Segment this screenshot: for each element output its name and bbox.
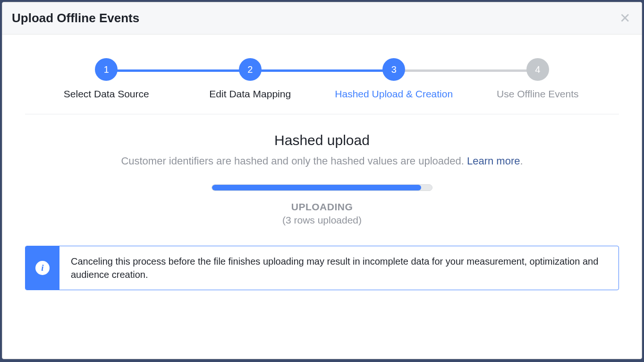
dialog-title: Upload Offline Events — [12, 11, 139, 26]
subtitle-suffix: . — [520, 155, 523, 167]
progress-track — [212, 184, 432, 191]
step-label-1: Select Data Source — [64, 88, 149, 100]
info-icon-box: i — [25, 246, 59, 290]
upload-status-label: UPLOADING — [25, 201, 619, 213]
step-hashed-upload[interactable]: 3 Hashed Upload & Creation — [322, 58, 466, 100]
upload-rows-label: (3 rows uploaded) — [25, 215, 619, 226]
step-circle-4: 4 — [526, 58, 549, 81]
progress-stepper: 1 Select Data Source 2 Edit Data Mapping… — [25, 58, 619, 100]
dialog-body: 1 Select Data Source 2 Edit Data Mapping… — [2, 34, 642, 359]
step-label-4: Use Offline Events — [497, 88, 579, 100]
info-icon: i — [35, 261, 50, 275]
close-icon[interactable]: ✕ — [618, 12, 632, 25]
dialog-header: Upload Offline Events ✕ — [2, 2, 642, 34]
subtitle-text: Customer identifiers are hashed and only… — [121, 155, 467, 167]
upload-offline-events-dialog: Upload Offline Events ✕ 1 Select Data So… — [2, 2, 642, 359]
content-title: Hashed upload — [25, 132, 619, 148]
step-circle-3: 3 — [382, 58, 405, 81]
info-banner: i Canceling this process before the file… — [25, 246, 619, 290]
content-subtitle: Customer identifiers are hashed and only… — [25, 155, 619, 167]
step-label-2: Edit Data Mapping — [209, 88, 291, 100]
step-circle-2: 2 — [239, 58, 262, 81]
step-label-3: Hashed Upload & Creation — [335, 88, 453, 100]
step-circle-1: 1 — [95, 58, 118, 81]
progress-fill — [212, 185, 421, 190]
progress-bar — [212, 184, 432, 191]
step-use-offline-events: 4 Use Offline Events — [466, 58, 610, 100]
step-select-data-source[interactable]: 1 Select Data Source — [34, 58, 178, 100]
learn-more-link[interactable]: Learn more — [467, 155, 520, 167]
step-edit-data-mapping[interactable]: 2 Edit Data Mapping — [178, 58, 322, 100]
info-banner-text: Canceling this process before the file f… — [59, 246, 619, 290]
divider — [25, 114, 619, 114]
